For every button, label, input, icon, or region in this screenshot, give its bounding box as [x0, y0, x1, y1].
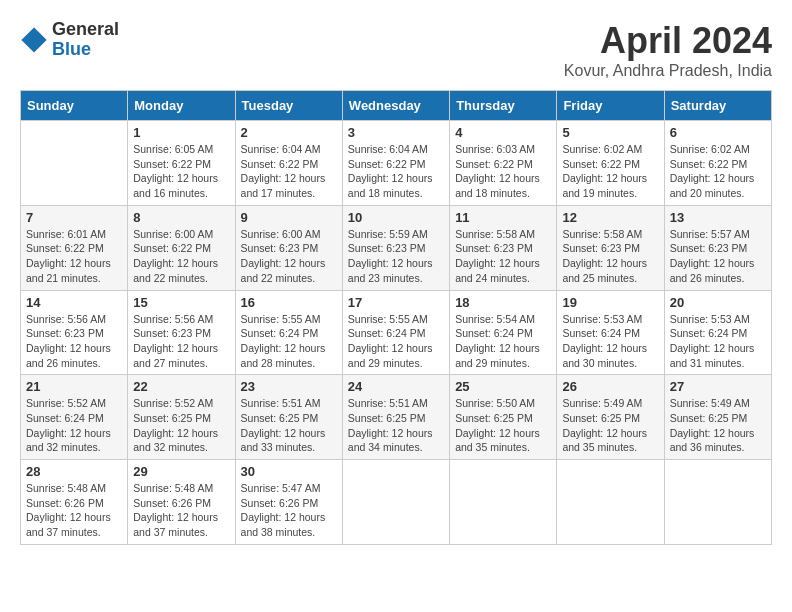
day-number: 6	[670, 125, 766, 140]
calendar-week: 1Sunrise: 6:05 AM Sunset: 6:22 PM Daylig…	[21, 121, 772, 206]
calendar-cell: 19Sunrise: 5:53 AM Sunset: 6:24 PM Dayli…	[557, 290, 664, 375]
day-number: 20	[670, 295, 766, 310]
logo-blue: Blue	[52, 40, 119, 60]
calendar-table: SundayMondayTuesdayWednesdayThursdayFrid…	[20, 90, 772, 545]
day-info: Sunrise: 5:58 AM Sunset: 6:23 PM Dayligh…	[562, 227, 658, 286]
day-info: Sunrise: 6:04 AM Sunset: 6:22 PM Dayligh…	[241, 142, 337, 201]
day-info: Sunrise: 5:52 AM Sunset: 6:25 PM Dayligh…	[133, 396, 229, 455]
day-info: Sunrise: 5:51 AM Sunset: 6:25 PM Dayligh…	[241, 396, 337, 455]
day-number: 24	[348, 379, 444, 394]
svg-marker-1	[34, 27, 47, 40]
logo-general: General	[52, 20, 119, 40]
day-info: Sunrise: 5:59 AM Sunset: 6:23 PM Dayligh…	[348, 227, 444, 286]
calendar-cell: 25Sunrise: 5:50 AM Sunset: 6:25 PM Dayli…	[450, 375, 557, 460]
day-number: 29	[133, 464, 229, 479]
title-area: April 2024 Kovur, Andhra Pradesh, India	[564, 20, 772, 80]
day-info: Sunrise: 5:52 AM Sunset: 6:24 PM Dayligh…	[26, 396, 122, 455]
calendar-cell	[664, 460, 771, 545]
day-number: 12	[562, 210, 658, 225]
calendar-cell: 15Sunrise: 5:56 AM Sunset: 6:23 PM Dayli…	[128, 290, 235, 375]
day-info: Sunrise: 5:51 AM Sunset: 6:25 PM Dayligh…	[348, 396, 444, 455]
day-number: 18	[455, 295, 551, 310]
logo: General Blue	[20, 20, 119, 60]
day-number: 4	[455, 125, 551, 140]
day-number: 17	[348, 295, 444, 310]
calendar-cell: 30Sunrise: 5:47 AM Sunset: 6:26 PM Dayli…	[235, 460, 342, 545]
calendar-cell: 12Sunrise: 5:58 AM Sunset: 6:23 PM Dayli…	[557, 205, 664, 290]
day-number: 16	[241, 295, 337, 310]
day-number: 2	[241, 125, 337, 140]
calendar-cell	[21, 121, 128, 206]
day-number: 14	[26, 295, 122, 310]
day-header: Friday	[557, 91, 664, 121]
calendar-cell: 28Sunrise: 5:48 AM Sunset: 6:26 PM Dayli…	[21, 460, 128, 545]
calendar-cell: 8Sunrise: 6:00 AM Sunset: 6:22 PM Daylig…	[128, 205, 235, 290]
calendar-cell: 20Sunrise: 5:53 AM Sunset: 6:24 PM Dayli…	[664, 290, 771, 375]
day-number: 22	[133, 379, 229, 394]
day-number: 27	[670, 379, 766, 394]
calendar-cell: 1Sunrise: 6:05 AM Sunset: 6:22 PM Daylig…	[128, 121, 235, 206]
day-number: 11	[455, 210, 551, 225]
day-info: Sunrise: 5:55 AM Sunset: 6:24 PM Dayligh…	[241, 312, 337, 371]
calendar-cell: 4Sunrise: 6:03 AM Sunset: 6:22 PM Daylig…	[450, 121, 557, 206]
day-number: 3	[348, 125, 444, 140]
day-header: Thursday	[450, 91, 557, 121]
calendar-cell: 3Sunrise: 6:04 AM Sunset: 6:22 PM Daylig…	[342, 121, 449, 206]
day-info: Sunrise: 6:02 AM Sunset: 6:22 PM Dayligh…	[562, 142, 658, 201]
calendar-week: 28Sunrise: 5:48 AM Sunset: 6:26 PM Dayli…	[21, 460, 772, 545]
day-header: Tuesday	[235, 91, 342, 121]
day-info: Sunrise: 5:57 AM Sunset: 6:23 PM Dayligh…	[670, 227, 766, 286]
day-info: Sunrise: 5:56 AM Sunset: 6:23 PM Dayligh…	[26, 312, 122, 371]
calendar-cell	[450, 460, 557, 545]
day-info: Sunrise: 5:53 AM Sunset: 6:24 PM Dayligh…	[670, 312, 766, 371]
day-info: Sunrise: 5:58 AM Sunset: 6:23 PM Dayligh…	[455, 227, 551, 286]
day-info: Sunrise: 5:49 AM Sunset: 6:25 PM Dayligh…	[562, 396, 658, 455]
calendar-cell: 2Sunrise: 6:04 AM Sunset: 6:22 PM Daylig…	[235, 121, 342, 206]
calendar-cell: 27Sunrise: 5:49 AM Sunset: 6:25 PM Dayli…	[664, 375, 771, 460]
day-info: Sunrise: 5:55 AM Sunset: 6:24 PM Dayligh…	[348, 312, 444, 371]
calendar-cell: 29Sunrise: 5:48 AM Sunset: 6:26 PM Dayli…	[128, 460, 235, 545]
day-number: 30	[241, 464, 337, 479]
calendar-week: 21Sunrise: 5:52 AM Sunset: 6:24 PM Dayli…	[21, 375, 772, 460]
day-info: Sunrise: 6:05 AM Sunset: 6:22 PM Dayligh…	[133, 142, 229, 201]
calendar-cell	[342, 460, 449, 545]
day-number: 9	[241, 210, 337, 225]
calendar-cell: 17Sunrise: 5:55 AM Sunset: 6:24 PM Dayli…	[342, 290, 449, 375]
calendar-cell: 23Sunrise: 5:51 AM Sunset: 6:25 PM Dayli…	[235, 375, 342, 460]
day-header: Sunday	[21, 91, 128, 121]
page-header: General Blue April 2024 Kovur, Andhra Pr…	[20, 20, 772, 80]
calendar-cell: 11Sunrise: 5:58 AM Sunset: 6:23 PM Dayli…	[450, 205, 557, 290]
day-number: 7	[26, 210, 122, 225]
day-info: Sunrise: 6:00 AM Sunset: 6:23 PM Dayligh…	[241, 227, 337, 286]
day-number: 1	[133, 125, 229, 140]
day-info: Sunrise: 5:49 AM Sunset: 6:25 PM Dayligh…	[670, 396, 766, 455]
calendar-cell: 14Sunrise: 5:56 AM Sunset: 6:23 PM Dayli…	[21, 290, 128, 375]
day-number: 21	[26, 379, 122, 394]
days-row: SundayMondayTuesdayWednesdayThursdayFrid…	[21, 91, 772, 121]
location: Kovur, Andhra Pradesh, India	[564, 62, 772, 80]
day-number: 26	[562, 379, 658, 394]
calendar-cell: 5Sunrise: 6:02 AM Sunset: 6:22 PM Daylig…	[557, 121, 664, 206]
calendar-cell: 18Sunrise: 5:54 AM Sunset: 6:24 PM Dayli…	[450, 290, 557, 375]
day-info: Sunrise: 5:47 AM Sunset: 6:26 PM Dayligh…	[241, 481, 337, 540]
day-number: 19	[562, 295, 658, 310]
day-info: Sunrise: 6:03 AM Sunset: 6:22 PM Dayligh…	[455, 142, 551, 201]
logo-text: General Blue	[52, 20, 119, 60]
day-number: 5	[562, 125, 658, 140]
day-info: Sunrise: 6:00 AM Sunset: 6:22 PM Dayligh…	[133, 227, 229, 286]
calendar-body: 1Sunrise: 6:05 AM Sunset: 6:22 PM Daylig…	[21, 121, 772, 545]
day-info: Sunrise: 5:50 AM Sunset: 6:25 PM Dayligh…	[455, 396, 551, 455]
day-number: 25	[455, 379, 551, 394]
day-number: 13	[670, 210, 766, 225]
day-info: Sunrise: 5:48 AM Sunset: 6:26 PM Dayligh…	[26, 481, 122, 540]
calendar-cell: 13Sunrise: 5:57 AM Sunset: 6:23 PM Dayli…	[664, 205, 771, 290]
day-header: Wednesday	[342, 91, 449, 121]
day-number: 8	[133, 210, 229, 225]
day-header: Saturday	[664, 91, 771, 121]
month-title: April 2024	[564, 20, 772, 62]
calendar-cell: 21Sunrise: 5:52 AM Sunset: 6:24 PM Dayli…	[21, 375, 128, 460]
day-info: Sunrise: 5:54 AM Sunset: 6:24 PM Dayligh…	[455, 312, 551, 371]
calendar-cell: 10Sunrise: 5:59 AM Sunset: 6:23 PM Dayli…	[342, 205, 449, 290]
calendar-cell: 26Sunrise: 5:49 AM Sunset: 6:25 PM Dayli…	[557, 375, 664, 460]
day-header: Monday	[128, 91, 235, 121]
